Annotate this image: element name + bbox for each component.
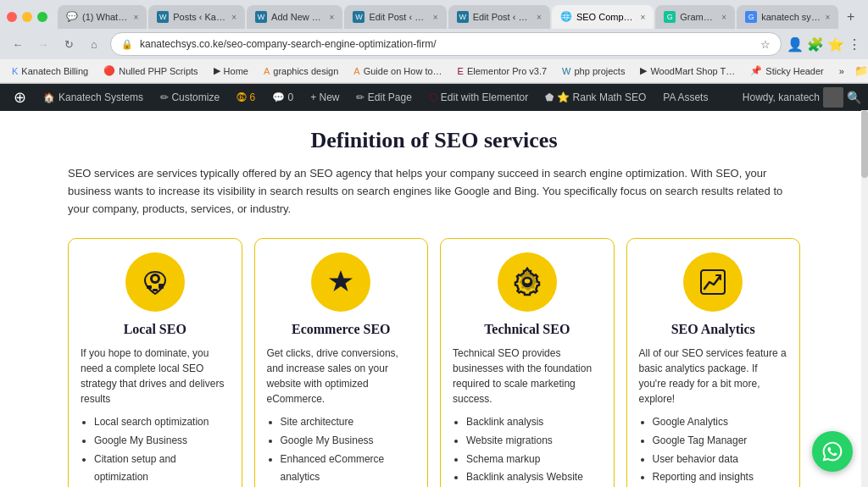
wp-search-icon[interactable]: 🔍 (847, 91, 861, 104)
svg-marker-5 (329, 270, 353, 291)
address-bar: ← → ↻ ⌂ 🔒 kanatechsys.co.ke/seo-company-… (0, 29, 868, 59)
whatsapp-fab[interactable] (812, 431, 853, 472)
url-bar[interactable]: 🔒 kanatechsys.co.ke/seo-company-search-e… (110, 32, 782, 56)
list-item: Google My Business (94, 432, 230, 451)
profile-icon[interactable]: 👤 (787, 36, 804, 53)
wp-edit-page-label: ✏ Edit Page (356, 91, 411, 103)
wp-edit-page-item[interactable]: ✏ Edit Page (349, 84, 418, 111)
bookmark-label: » (839, 66, 844, 76)
bookmark-icon: W (562, 66, 570, 76)
back-button[interactable]: ← (7, 33, 29, 55)
tab-posts[interactable]: W Posts ‹ Kante… × (148, 5, 245, 29)
gear-icon (512, 267, 542, 297)
bookmark-sticky-header[interactable]: 📌 Sticky Header (745, 64, 828, 78)
tab-close-icon[interactable]: × (133, 13, 138, 22)
bookmark-label: Guide on How to… (364, 66, 442, 76)
technical-seo-card: Technical SEO Technical SEO provides bus… (440, 238, 615, 487)
bookmark-label: php projects (575, 66, 626, 76)
svg-rect-2 (147, 285, 152, 289)
tab-label: Edit Post ‹ Kan… (369, 12, 428, 22)
url-icons: ☆ (760, 38, 771, 51)
extensions-icon[interactable]: 🧩 (807, 36, 824, 53)
wp-comments-item[interactable]: ⓺ 6 (230, 84, 262, 111)
bookmark-php-projects[interactable]: W php projects (557, 64, 630, 78)
reload-button[interactable]: ↻ (58, 33, 80, 55)
forward-button[interactable]: → (32, 33, 54, 55)
tab-favicon: W (457, 11, 469, 23)
ecommerce-seo-description: Get clicks, drive conversions, and incre… (267, 346, 416, 407)
wp-admin-right: Howdy, kanatech 🔍 (743, 87, 861, 108)
wp-pa-assets-item[interactable]: PA Assets (656, 84, 715, 111)
star-icon[interactable]: ☆ (760, 38, 771, 51)
new-tab-button[interactable]: + (840, 5, 861, 29)
technical-seo-description: Technical SEO provides businesses with t… (453, 346, 602, 407)
bookmark-more[interactable]: » (834, 64, 849, 78)
tab-kanatech[interactable]: G kanatech syste… × (737, 5, 838, 29)
scrollbar-thumb[interactable] (861, 110, 868, 178)
tab-close-icon[interactable]: × (537, 13, 542, 22)
tab-close-icon[interactable]: × (826, 13, 831, 22)
wp-site-name-item[interactable]: 🏠 Kanatech Systems (36, 84, 150, 111)
technical-seo-icon-wrapper (498, 252, 557, 312)
svg-point-1 (153, 276, 158, 281)
tab-grammarly[interactable]: G Grammarly × (655, 5, 735, 29)
tab-seo-company[interactable]: 🌐 SEO Company… × (552, 5, 654, 29)
wp-pa-assets-label: PA Assets (663, 91, 708, 103)
home-button[interactable]: ⌂ (83, 33, 105, 55)
window-controls (7, 12, 47, 22)
tab-close-icon[interactable]: × (330, 13, 335, 22)
close-button[interactable] (7, 12, 17, 22)
wp-notifications-label: 💬 0 (272, 91, 293, 103)
wp-rankmath-item[interactable]: ⬟ ⭐ Rank Math SEO (538, 84, 653, 111)
wp-new-item[interactable]: + New (303, 84, 346, 111)
bookmark-home[interactable]: ▶ Home (209, 64, 253, 78)
maximize-button[interactable] (37, 12, 47, 22)
ecommerce-seo-title: Ecommerce SEO (267, 322, 416, 337)
wp-customize-item[interactable]: ✏ Customize (153, 84, 226, 111)
bookmark-woodmart[interactable]: ▶ WoodMart Shop T… (635, 64, 740, 78)
wp-rankmath-label: ⭐ Rank Math SEO (557, 91, 646, 103)
bookmarks-bar: K Kanatech Billing 🔴 Nulled PHP Scripts … (0, 59, 868, 83)
local-seo-icon-wrapper (125, 252, 185, 312)
list-item: Website migrations (466, 432, 602, 451)
list-item: Backlink analysis (466, 413, 602, 432)
wp-site-icon: 🏠 (43, 92, 55, 103)
bookmark-label: Nulled PHP Scripts (119, 66, 198, 76)
wp-notifications-item[interactable]: 💬 0 (265, 84, 300, 111)
bookmark-label: Sticky Header (765, 66, 823, 76)
tab-add-post[interactable]: W Add New Post ‹ × (247, 5, 342, 29)
bookmark-label: Kanatech Billing (21, 66, 88, 76)
menu-icon[interactable]: ⋮ (848, 36, 861, 53)
seo-analytics-description: All of our SEO services feature a basic … (639, 346, 788, 407)
star-icon (326, 267, 356, 297)
tab-whatsapp[interactable]: 💬 (1) WhatsApp × (58, 5, 147, 29)
page-intro: SEO services are services typically offe… (68, 165, 800, 218)
bookmark-guide[interactable]: A Guide on How to… (348, 64, 447, 78)
tab-favicon: G (745, 11, 757, 23)
seo-analytics-card: SEO Analytics All of our SEO services fe… (626, 238, 801, 487)
wp-elementor-item[interactable]: ⬡ Edit with Elementor (422, 84, 535, 111)
tab-close-icon[interactable]: × (433, 13, 438, 22)
whatsapp-icon (821, 440, 843, 462)
tab-close-icon[interactable]: × (231, 13, 236, 22)
wp-site-name: Kanatech Systems (58, 91, 143, 103)
list-item: Backlink analysis Website migrations Sch… (466, 468, 602, 487)
bookmark-nulled-php[interactable]: 🔴 Nulled PHP Scripts (98, 64, 203, 78)
tab-favicon: 💬 (66, 11, 78, 23)
tab-close-icon[interactable]: × (640, 13, 645, 22)
minimize-button[interactable] (22, 12, 32, 22)
tab-edit-post-1[interactable]: W Edit Post ‹ Kan… × (344, 5, 446, 29)
browser-chrome: 💬 (1) WhatsApp × W Posts ‹ Kante… × W Ad… (0, 0, 868, 84)
wp-avatar[interactable] (823, 87, 843, 108)
list-item: Citation setup and optimization (94, 451, 230, 487)
tab-edit-post-2[interactable]: W Edit Post ‹ Kan… × (448, 5, 550, 29)
bookmark-elementor[interactable]: E Elementor Pro v3.7 (453, 64, 553, 78)
list-item: Schema markup (466, 451, 602, 469)
bookmark-kanatech-billing[interactable]: K Kanatech Billing (7, 64, 93, 78)
tab-close-icon[interactable]: × (721, 13, 726, 22)
wp-logo-item[interactable]: ⊕ (7, 84, 33, 111)
bookmark-graphics[interactable]: A graphics design (259, 64, 343, 78)
bookmark-icon[interactable]: ⭐ (827, 36, 844, 53)
tab-label: kanatech syste… (761, 12, 821, 22)
url-text: kanatechsys.co.ke/seo-company-search-eng… (140, 38, 754, 50)
